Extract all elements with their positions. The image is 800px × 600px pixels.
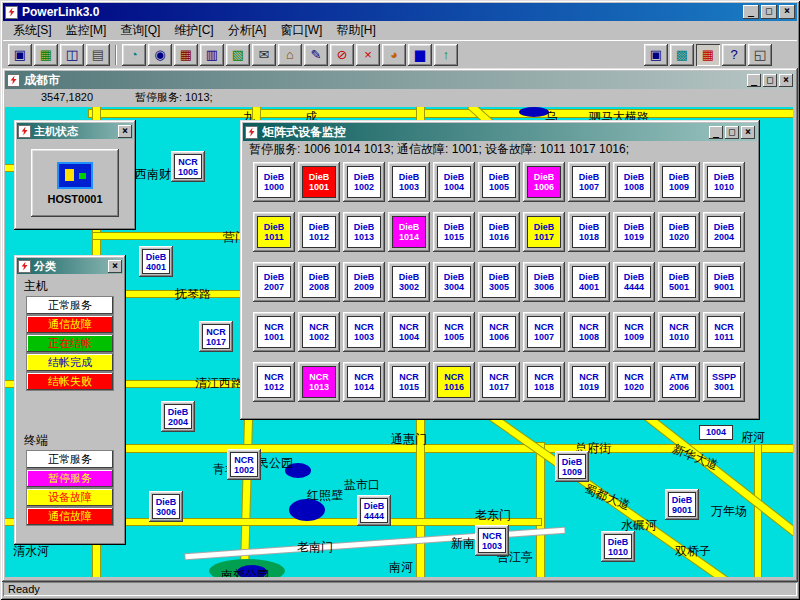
map-device-DieB-4444[interactable]: DieB4444: [357, 495, 391, 526]
matrix-device-NCR-1006[interactable]: NCR1006: [478, 312, 520, 352]
clock-icon[interactable]: ◔: [122, 44, 146, 66]
map-device-1004[interactable]: 1004: [699, 425, 733, 440]
map-device-DieB-9001[interactable]: DieB9001: [665, 489, 699, 520]
matrix-device-NCR-1011[interactable]: NCR1011: [703, 312, 745, 352]
close-button[interactable]: ×: [779, 5, 795, 19]
city-close-button[interactable]: ×: [779, 74, 793, 87]
bank-icon[interactable]: ⌂: [278, 44, 302, 66]
matrix-device-DieB-1019[interactable]: DieB1019: [613, 212, 655, 252]
system-monitor-icon[interactable]: ▣: [8, 44, 32, 66]
map-device-NCR-1017[interactable]: NCR1017: [199, 321, 233, 352]
matrix-device-DieB-2004[interactable]: DieB2004: [703, 212, 745, 252]
map-device-NCR-1005[interactable]: NCR1005: [171, 151, 205, 182]
map-device-DieB-1009[interactable]: DieB1009: [555, 451, 589, 482]
menu-item-4[interactable]: 分析[A]: [221, 20, 274, 41]
matrix-device-DieB-1013[interactable]: DieB1013: [343, 212, 385, 252]
matrix-device-DieB-1003[interactable]: DieB1003: [388, 162, 430, 202]
menu-item-6[interactable]: 帮助[H]: [329, 20, 382, 41]
menu-item-1[interactable]: 监控[M]: [59, 20, 114, 41]
matrix-device-DieB-1001[interactable]: DieB1001: [298, 162, 340, 202]
legend-item[interactable]: 结帐失败: [27, 373, 113, 390]
matrix-device-DieB-1010[interactable]: DieB1010: [703, 162, 745, 202]
maximize-button[interactable]: □: [761, 5, 777, 19]
map-device-DieB-3006[interactable]: DieB3006: [149, 491, 183, 522]
matrix-device-NCR-1018[interactable]: NCR1018: [523, 362, 565, 402]
matrix-device-DieB-1006[interactable]: DieB1006: [523, 162, 565, 202]
matrix-device-DieB-1009[interactable]: DieB1009: [658, 162, 700, 202]
legend-item[interactable]: 正常服务: [27, 451, 113, 468]
pie-chart-icon[interactable]: ◕: [382, 44, 406, 66]
matrix-device-DieB-5001[interactable]: DieB5001: [658, 262, 700, 302]
matrix-device-NCR-1020[interactable]: NCR1020: [613, 362, 655, 402]
city-minimize-button[interactable]: _: [747, 74, 761, 87]
matrix-window-icon[interactable]: ▦: [696, 44, 720, 66]
matrix-device-NCR-1014[interactable]: NCR1014: [343, 362, 385, 402]
matrix-device-NCR-1019[interactable]: NCR1019: [568, 362, 610, 402]
matrix-device-SSPP-3001[interactable]: SSPP3001: [703, 362, 745, 402]
matrix-device-DieB-1016[interactable]: DieB1016: [478, 212, 520, 252]
matrix-device-NCR-1005[interactable]: NCR1005: [433, 312, 475, 352]
exit-icon[interactable]: ◱: [748, 44, 772, 66]
matrix-device-DieB-3006[interactable]: DieB3006: [523, 262, 565, 302]
matrix-device-NCR-1004[interactable]: NCR1004: [388, 312, 430, 352]
map-icon[interactable]: ▦: [34, 44, 58, 66]
matrix-device-DieB-1020[interactable]: DieB1020: [658, 212, 700, 252]
matrix-device-NCR-1017[interactable]: NCR1017: [478, 362, 520, 402]
matrix-device-DieB-2007[interactable]: DieB2007: [253, 262, 295, 302]
matrix-device-DieB-1004[interactable]: DieB1004: [433, 162, 475, 202]
city-map-window-icon[interactable]: ▩: [670, 44, 694, 66]
matrix-device-DieB-1011[interactable]: DieB1011: [253, 212, 295, 252]
matrix-device-NCR-1015[interactable]: NCR1015: [388, 362, 430, 402]
menu-item-2[interactable]: 查询[Q]: [113, 20, 167, 41]
legend-close-button[interactable]: ×: [108, 260, 122, 273]
mail-icon[interactable]: ✉: [252, 44, 276, 66]
minimize-button[interactable]: _: [743, 5, 759, 19]
matrix-device-DieB-1012[interactable]: DieB1012: [298, 212, 340, 252]
matrix-device-DieB-3005[interactable]: DieB3005: [478, 262, 520, 302]
help-icon[interactable]: ?: [722, 44, 746, 66]
map-device-NCR-1002[interactable]: NCR1002: [227, 449, 261, 480]
up-arrow-icon[interactable]: ↑: [434, 44, 458, 66]
matrix-device-DieB-4001[interactable]: DieB4001: [568, 262, 610, 302]
matrix-device-NCR-1002[interactable]: NCR1002: [298, 312, 340, 352]
matrix-device-DieB-3002[interactable]: DieB3002: [388, 262, 430, 302]
matrix-device-DieB-2009[interactable]: DieB2009: [343, 262, 385, 302]
legend-item[interactable]: 暂停服务: [27, 470, 113, 487]
report-icon[interactable]: ▧: [226, 44, 250, 66]
close-red-icon[interactable]: ×: [356, 44, 380, 66]
matrix-device-DieB-4444[interactable]: DieB4444: [613, 262, 655, 302]
map-device-DieB-1010[interactable]: DieB1010: [601, 531, 635, 562]
legend-item[interactable]: 结帐完成: [27, 354, 113, 371]
legend-item[interactable]: 通信故障: [27, 508, 113, 525]
matrix-icon[interactable]: ▦: [174, 44, 198, 66]
host-window-icon[interactable]: ▣: [644, 44, 668, 66]
matrix-device-NCR-1013[interactable]: NCR1013: [298, 362, 340, 402]
matrix-device-DieB-1002[interactable]: DieB1002: [343, 162, 385, 202]
map-device-DieB-4001[interactable]: DieB4001: [139, 246, 173, 277]
menu-item-5[interactable]: 窗口[W]: [273, 20, 329, 41]
matrix-close-button[interactable]: ×: [741, 126, 755, 139]
legend-item[interactable]: 通信故障: [27, 316, 113, 333]
device-table-icon[interactable]: ▥: [200, 44, 224, 66]
bar-chart-icon[interactable]: ▆: [408, 44, 432, 66]
matrix-minimize-button[interactable]: _: [709, 126, 723, 139]
matrix-device-DieB-1014[interactable]: DieB1014: [388, 212, 430, 252]
matrix-device-DieB-1005[interactable]: DieB1005: [478, 162, 520, 202]
matrix-device-DieB-1017[interactable]: DieB1017: [523, 212, 565, 252]
save-icon[interactable]: ◫: [60, 44, 84, 66]
matrix-device-NCR-1008[interactable]: NCR1008: [568, 312, 610, 352]
matrix-device-NCR-1009[interactable]: NCR1009: [613, 312, 655, 352]
host-close-button[interactable]: ×: [118, 125, 132, 138]
matrix-maximize-button[interactable]: □: [725, 126, 739, 139]
matrix-device-ATM-2006[interactable]: ATM2006: [658, 362, 700, 402]
matrix-device-NCR-1012[interactable]: NCR1012: [253, 362, 295, 402]
matrix-device-NCR-1016[interactable]: NCR1016: [433, 362, 475, 402]
matrix-device-NCR-1010[interactable]: NCR1010: [658, 312, 700, 352]
city-restore-button[interactable]: □: [763, 74, 777, 87]
host-button[interactable]: HOST0001: [31, 149, 119, 217]
matrix-device-NCR-1003[interactable]: NCR1003: [343, 312, 385, 352]
legend-item[interactable]: 设备故障: [27, 489, 113, 506]
matrix-device-DieB-1007[interactable]: DieB1007: [568, 162, 610, 202]
forbid-icon[interactable]: ⊘: [330, 44, 354, 66]
matrix-device-DieB-1000[interactable]: DieB1000: [253, 162, 295, 202]
